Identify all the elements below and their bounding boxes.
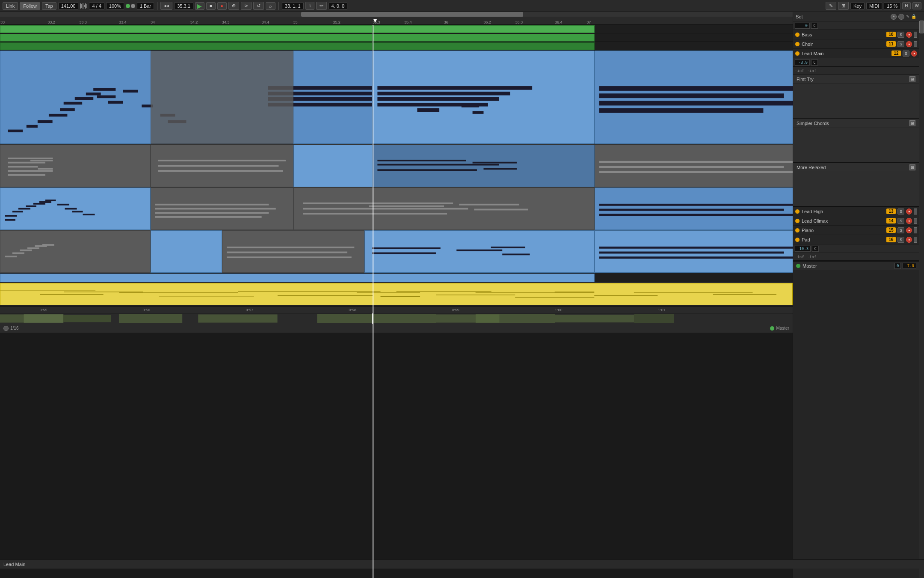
scene-more-relaxed-icon[interactable]: ⊞	[909, 164, 915, 170]
track-list-item-lead-climax[interactable]: Lead Climax 14 S ●	[793, 216, 919, 226]
chord-clip-3b[interactable]	[151, 230, 222, 273]
record-button[interactable]: ●	[217, 2, 227, 10]
set-lock-icon[interactable]: 🔒	[911, 14, 916, 19]
scene-first-try-slot[interactable]	[793, 84, 919, 118]
scene-simpler-chords-icon[interactable]: ⊞	[909, 120, 915, 126]
scene-first-try-header[interactable]: First Try ⊞	[793, 74, 919, 84]
audio-clip-3a[interactable]	[0, 42, 373, 50]
h-button[interactable]: H	[902, 2, 910, 9]
draw-button[interactable]: ⌕	[266, 2, 275, 10]
audio-clip-2b[interactable]	[373, 34, 595, 42]
set-pencil-icon[interactable]: ✎	[906, 14, 909, 19]
track-list-item-lead-main[interactable]: Lead Main 12 S ●	[793, 49, 919, 58]
lead-high-drag-handle[interactable]	[914, 209, 917, 215]
chord-clip-1b[interactable]	[151, 145, 293, 187]
zoom-display[interactable]: 100%	[106, 2, 124, 10]
pad-pan-display[interactable]: C	[812, 246, 819, 252]
lead-high-clip[interactable]	[0, 274, 595, 282]
pad-s-btn[interactable]: S	[897, 237, 904, 243]
chord-clip-2c[interactable]	[293, 188, 595, 230]
key-display[interactable]: Key	[850, 2, 865, 10]
upper-pan-display[interactable]: C	[811, 23, 818, 29]
lead-main-s-btn[interactable]: S	[903, 51, 909, 57]
scene-more-relaxed-slot[interactable]	[793, 172, 919, 206]
play-button[interactable]: ▶	[195, 2, 204, 10]
chord-clip-3c[interactable]	[222, 230, 365, 273]
audio-clip-1b[interactable]	[373, 25, 595, 33]
chord-track-1[interactable]	[0, 145, 793, 188]
lead-main-clip-right[interactable]	[373, 51, 595, 144]
chord-clip-3d[interactable]	[364, 230, 594, 273]
pen-icon-button[interactable]: ✎	[826, 2, 836, 10]
lead-climax-rec-btn[interactable]: ●	[906, 218, 912, 224]
loop-button[interactable]: ⊕	[228, 2, 239, 10]
lead-high-arrangement-row[interactable]	[0, 273, 793, 283]
scale-display[interactable]: 15 %	[884, 2, 900, 10]
status-circle-btn[interactable]	[3, 326, 9, 331]
scene-more-relaxed-header[interactable]: More Relaxed ⊞	[793, 163, 919, 172]
track-list-item-piano[interactable]: Piano 15 S ●	[793, 226, 919, 235]
lead-main-pan-display[interactable]: C	[811, 60, 818, 66]
grid-button[interactable]: ⊞	[838, 2, 849, 10]
track-list-item-choir[interactable]: Choir 11 S ●	[793, 39, 919, 49]
audio-clip-1a[interactable]	[0, 25, 373, 33]
clips-region[interactable]: 0:55 0:56 0:57 0:58 0:59 1:00 1:01	[0, 25, 793, 578]
audio-clip-2a[interactable]	[0, 34, 373, 42]
track-list-item-pad[interactable]: Pad 16 S ●	[793, 235, 919, 244]
loop-div-display[interactable]: 1 Bar	[137, 2, 154, 10]
pos2-display[interactable]: 4. 0. 0	[329, 2, 348, 10]
set-add-btn[interactable]: +	[891, 14, 897, 20]
lead-main-rec-btn[interactable]: ●	[911, 51, 917, 57]
time-sig-display[interactable]: 4 / 4	[89, 2, 104, 10]
bass-s-btn[interactable]: S	[897, 32, 904, 38]
master-pan-display[interactable]: -7.0	[903, 263, 916, 269]
bass-drag-handle[interactable]	[914, 32, 917, 38]
bpm-display[interactable]: 141.00	[58, 2, 79, 10]
track-list-item-bass[interactable]: Bass 10 S ●	[793, 30, 919, 39]
choir-s-btn[interactable]: S	[897, 41, 904, 47]
bass-rec-btn[interactable]: ●	[906, 32, 912, 38]
pad-clip-full[interactable]	[0, 283, 793, 305]
pad-rec-btn[interactable]: ●	[906, 237, 912, 243]
right-scrollbar[interactable]	[919, 12, 924, 578]
set-minus-btn[interactable]: -	[898, 14, 904, 20]
lead-high-rec-btn[interactable]: ●	[906, 209, 912, 215]
link-button[interactable]: Link	[3, 2, 18, 10]
pos-display[interactable]: 35.3.1	[174, 2, 193, 10]
chord-clip-2d[interactable]	[595, 188, 793, 230]
lead-climax-drag-handle[interactable]	[914, 218, 917, 224]
stop-button[interactable]: ■	[206, 2, 216, 10]
chord-track-2[interactable]	[0, 188, 793, 230]
lead-main-vol-display[interactable]: -3.9	[795, 60, 810, 66]
pad-vol-display[interactable]: -10.3	[795, 246, 811, 252]
master-row[interactable]: Master 0 -7.0	[793, 261, 919, 270]
chord-track-3[interactable]	[0, 230, 793, 273]
follow-button[interactable]: Follow	[20, 2, 40, 10]
waveform-button[interactable]: ⌇	[305, 2, 314, 10]
scene-simpler-chords-header[interactable]: Simpler Chords ⊞	[793, 119, 919, 128]
time-display[interactable]: 33. 1. 1	[282, 2, 304, 10]
pad-track-row[interactable]	[0, 283, 793, 306]
scene-simpler-chords-slot[interactable]	[793, 128, 919, 162]
piano-s-btn[interactable]: S	[897, 227, 904, 233]
lead-main-clip-far-right[interactable]	[595, 51, 793, 144]
chord-clip-1c[interactable]	[293, 145, 373, 187]
lead-main-gray-clip1[interactable]	[151, 51, 293, 144]
track-list-item-lead-high[interactable]: Lead High 13 S ●	[793, 207, 919, 216]
audio-clip-3b[interactable]	[373, 42, 595, 50]
tap-button[interactable]: Tap	[42, 2, 56, 10]
scroll-thumb-top[interactable]	[301, 12, 523, 17]
chord-clip-3e[interactable]	[595, 230, 793, 273]
metro-button[interactable]: ↺	[253, 2, 264, 10]
w-button[interactable]: W	[912, 2, 921, 9]
pencil-button[interactable]: ✏	[316, 2, 327, 10]
piano-drag-handle[interactable]	[914, 227, 917, 233]
chord-clip-1a[interactable]	[0, 145, 151, 187]
midi-display[interactable]: MIDI	[866, 2, 882, 10]
master-vol-display[interactable]: 0	[894, 263, 901, 269]
choir-rec-btn[interactable]: ●	[906, 41, 912, 47]
pad-drag-handle[interactable]	[914, 237, 917, 243]
chord-clip-1d[interactable]	[373, 145, 595, 187]
scroll-top-bar[interactable]	[0, 12, 793, 17]
right-scroll-thumb[interactable]	[919, 21, 924, 33]
